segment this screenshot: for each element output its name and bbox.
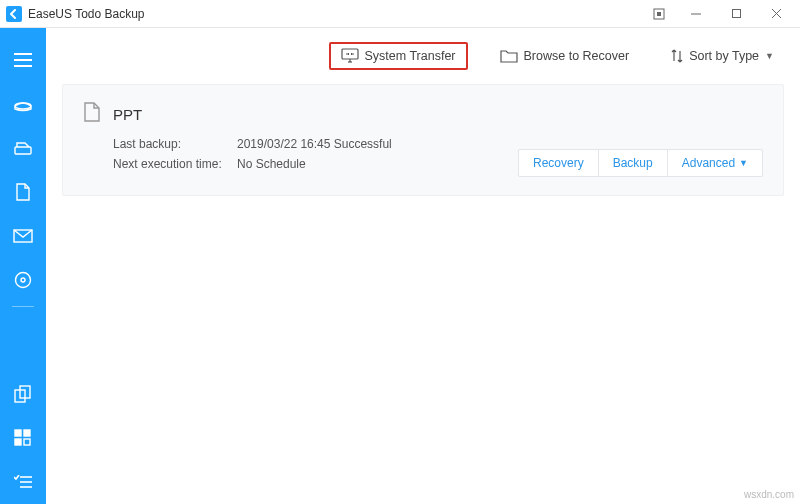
- backup-button[interactable]: Backup: [598, 150, 667, 176]
- advanced-label: Advanced: [682, 156, 735, 170]
- window-title: EaseUS Todo Backup: [28, 7, 145, 21]
- svg-rect-23: [342, 49, 358, 59]
- sidebar-menu-button[interactable]: [0, 38, 46, 82]
- sidebar: [0, 28, 46, 504]
- browse-recover-label: Browse to Recover: [524, 49, 630, 63]
- app-logo-icon: [6, 6, 22, 22]
- sidebar-tools-icon[interactable]: [0, 416, 46, 460]
- sidebar-logs-icon[interactable]: [0, 460, 46, 504]
- svg-rect-10: [15, 147, 31, 154]
- sidebar-separator: [12, 306, 34, 307]
- file-icon: [83, 101, 101, 127]
- svg-point-13: [21, 278, 25, 282]
- last-backup-label: Last backup:: [113, 137, 223, 151]
- system-transfer-label: System Transfer: [365, 49, 456, 63]
- toolbar: System Transfer Browse to Recover Sort b…: [46, 28, 800, 84]
- system-transfer-icon: [341, 48, 359, 64]
- recovery-button[interactable]: Recovery: [519, 150, 598, 176]
- window-maximize-button[interactable]: [716, 0, 756, 28]
- svg-point-12: [16, 273, 31, 288]
- browse-recover-button[interactable]: Browse to Recover: [490, 43, 640, 69]
- sort-by-type-label: Sort by Type: [689, 49, 759, 63]
- chevron-down-icon: ▼: [739, 158, 748, 168]
- svg-point-9: [15, 103, 31, 109]
- sidebar-smart-backup-icon[interactable]: [0, 258, 46, 302]
- folder-icon: [500, 49, 518, 63]
- backup-task-name: PPT: [113, 106, 142, 123]
- next-execution-value: No Schedule: [237, 157, 306, 171]
- sidebar-mail-backup-icon[interactable]: [0, 214, 46, 258]
- recovery-label: Recovery: [533, 156, 584, 170]
- svg-rect-1: [657, 12, 661, 16]
- window-titlebar: EaseUS Todo Backup: [0, 0, 800, 28]
- svg-rect-17: [24, 430, 30, 436]
- next-execution-label: Next execution time:: [113, 157, 223, 171]
- svg-rect-19: [24, 439, 30, 445]
- chevron-down-icon: ▼: [765, 51, 774, 61]
- window-close-button[interactable]: [756, 0, 796, 28]
- backup-label: Backup: [613, 156, 653, 170]
- system-transfer-button[interactable]: System Transfer: [329, 42, 468, 70]
- task-action-group: Recovery Backup Advanced▼: [518, 149, 763, 177]
- advanced-button[interactable]: Advanced▼: [667, 150, 762, 176]
- svg-rect-3: [732, 10, 740, 18]
- sort-by-type-button[interactable]: Sort by Type ▼: [661, 43, 784, 69]
- window-extra-button[interactable]: [642, 8, 676, 20]
- sidebar-clone-icon[interactable]: [0, 372, 46, 416]
- backup-task-card: PPT Last backup: 2019/03/22 16:45 Succes…: [62, 84, 784, 196]
- watermark-text: wsxdn.com: [744, 489, 794, 500]
- svg-rect-16: [15, 430, 21, 436]
- window-minimize-button[interactable]: [676, 0, 716, 28]
- sidebar-system-backup-icon[interactable]: [0, 126, 46, 170]
- svg-rect-18: [15, 439, 21, 445]
- sidebar-disk-backup-icon[interactable]: [0, 82, 46, 126]
- last-backup-value: 2019/03/22 16:45 Successful: [237, 137, 392, 151]
- content-area: System Transfer Browse to Recover Sort b…: [46, 28, 800, 504]
- sidebar-file-backup-icon[interactable]: [0, 170, 46, 214]
- backup-task-info: Last backup: 2019/03/22 16:45 Successful…: [83, 137, 392, 177]
- sort-icon: [671, 49, 683, 63]
